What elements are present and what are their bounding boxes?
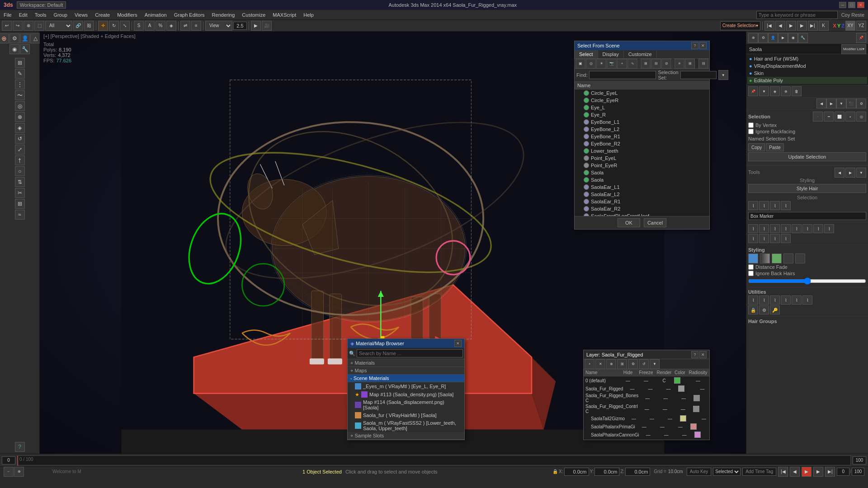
- select-dialog-help-btn[interactable]: ?: [691, 42, 698, 49]
- modifier-item-editable-poly[interactable]: ● Editable Poly: [747, 77, 867, 84]
- modifier-list-dropdown[interactable]: Modifier List▾: [841, 44, 866, 54]
- redo-button[interactable]: ↪: [13, 21, 23, 31]
- display-panel-btn[interactable]: ◉: [9, 44, 19, 54]
- layer-list[interactable]: 0 (default) — — C — Saola_Fur_Rigged — —…: [584, 376, 709, 440]
- select-item[interactable]: Point_EyeL: [575, 155, 709, 162]
- prev-key-btn[interactable]: ◀: [790, 467, 800, 477]
- marker-type-input[interactable]: [748, 212, 866, 220]
- material-browser-close-btn[interactable]: ✕: [454, 340, 462, 347]
- select-item[interactable]: SaolaEar_L2: [575, 191, 709, 198]
- search-input[interactable]: [756, 11, 838, 19]
- auto-key-button[interactable]: Auto Key: [687, 468, 712, 476]
- goto-start-anim-btn[interactable]: |◀: [778, 467, 788, 477]
- modifier-item-skin[interactable]: ● Skin: [747, 70, 867, 77]
- sel-element-btn[interactable]: ◎: [856, 112, 866, 122]
- styling-color-btn[interactable]: [748, 253, 758, 263]
- find-options-btn[interactable]: ▼: [718, 70, 728, 80]
- play-anim-button[interactable]: ▶: [786, 21, 796, 31]
- rp-btn2[interactable]: ⚙: [758, 33, 768, 43]
- mod-expand-btn[interactable]: ◈: [770, 86, 780, 96]
- sel-all-btn[interactable]: ⊞: [641, 59, 651, 69]
- rp-pin-btn[interactable]: 📌: [856, 33, 866, 43]
- next-frame-button[interactable]: ▶: [797, 21, 807, 31]
- object-name-input[interactable]: [748, 46, 841, 53]
- material-item[interactable]: _Eyes_m ( VRayMtl ) [Eye_L, Eye_R]: [348, 382, 464, 390]
- mirror-button[interactable]: ⇌: [180, 21, 190, 31]
- layer-item[interactable]: Saola_Fur_Rigged_Contrl C — — — —: [584, 404, 709, 414]
- paint-tool-btn[interactable]: ✎: [15, 69, 25, 79]
- minimize-button[interactable]: ─: [839, 2, 846, 8]
- select-item[interactable]: SaolaEar_L1: [575, 183, 709, 191]
- workspace-selector[interactable]: Workspace: Default: [17, 1, 66, 9]
- menu-group[interactable]: Group: [50, 11, 71, 19]
- select-item[interactable]: SaolaEar_R2: [575, 205, 709, 212]
- layer-add-sel-btn[interactable]: ⊕: [606, 359, 616, 369]
- sel-filter-light-btn[interactable]: ☀: [596, 59, 606, 69]
- layer-dialog-close-btn[interactable]: ✕: [699, 351, 707, 358]
- hair-style-btn-5[interactable]: ⌇: [792, 224, 802, 233]
- stand-tool-btn[interactable]: †: [15, 155, 25, 165]
- menu-maxscript[interactable]: MAXScript: [269, 11, 300, 19]
- angle-snap-button[interactable]: A: [145, 21, 155, 31]
- sel-icon-2[interactable]: ⌇: [759, 201, 769, 210]
- goto-end-button[interactable]: ▶|: [808, 21, 818, 31]
- select-item[interactable]: Saola: [575, 176, 709, 183]
- goto-end-anim-btn[interactable]: ▶|: [825, 467, 835, 477]
- recomb-tool-btn[interactable]: ⊗: [15, 112, 25, 122]
- panel-nav-down-btn[interactable]: ▶: [826, 99, 836, 108]
- frizz-tool-btn[interactable]: 〜: [15, 90, 25, 100]
- material-item[interactable]: Map #114 (Saola_displacement.png) [Saola…: [348, 399, 464, 411]
- panel-collapse-btn[interactable]: ⬛: [846, 99, 856, 108]
- by-vertex-checkbox[interactable]: [748, 122, 754, 128]
- layer-radiosity-toggle[interactable]: —: [687, 378, 709, 384]
- select-move-button[interactable]: ✛: [98, 21, 108, 31]
- hair-style-btn-4[interactable]: ⌇: [781, 224, 791, 233]
- find-input[interactable]: [589, 71, 656, 79]
- sel-filter-spacewarp-btn[interactable]: ∿: [627, 59, 637, 69]
- x-coord-field[interactable]: [564, 468, 589, 476]
- undo-button[interactable]: ↩: [2, 21, 12, 31]
- timeline[interactable]: 0 / 100: [17, 455, 851, 465]
- layer-dialog-help-btn[interactable]: ?: [691, 351, 698, 358]
- menu-graph-editors[interactable]: Graph Editors: [170, 11, 208, 19]
- material-item[interactable]: Saola_m ( VRayFastSSS2 ) [Lower_teeth, S…: [348, 419, 464, 432]
- hair-style-btn-2[interactable]: ⌇: [759, 224, 769, 233]
- util-btn-6[interactable]: ⌇: [802, 296, 812, 305]
- sel-icon-4[interactable]: ⌇: [781, 201, 791, 210]
- xy-plane-btn[interactable]: XY: [845, 21, 855, 31]
- distance-fade-checkbox[interactable]: [748, 264, 754, 270]
- goto-start-button[interactable]: |◀: [764, 21, 774, 31]
- paste-selection-button[interactable]: Paste: [766, 143, 784, 151]
- style-hair-button[interactable]: Style Hair: [748, 184, 866, 193]
- rp-btn3[interactable]: 👤: [768, 33, 778, 43]
- select-cancel-button[interactable]: Cancel: [644, 218, 666, 227]
- sel-invert-btn[interactable]: ⊘: [661, 59, 671, 69]
- select-dialog-close-btn[interactable]: ✕: [699, 42, 707, 49]
- y-coord-field[interactable]: [594, 468, 619, 476]
- tools-down-btn[interactable]: ▶: [845, 168, 855, 178]
- util-gear-btn[interactable]: ⚙: [759, 305, 769, 314]
- select-tab-customize[interactable]: Customize: [624, 50, 657, 58]
- layer-item[interactable]: Saola_Fur_Rigged — — — —: [584, 385, 709, 393]
- select-item[interactable]: EyeBone_L1: [575, 118, 709, 126]
- sel-border-btn[interactable]: ⬜: [835, 112, 844, 122]
- select-item[interactable]: Saola: [575, 169, 709, 176]
- select-tab-select[interactable]: Select: [575, 50, 598, 58]
- ignore-backfacing-checkbox[interactable]: [748, 129, 754, 134]
- select-item[interactable]: Eye_L: [575, 104, 709, 111]
- select-item[interactable]: EyeBone_L2: [575, 126, 709, 133]
- rp-btn5[interactable]: ◉: [788, 33, 798, 43]
- scene-materials-section[interactable]: - Scene Materials: [348, 375, 464, 382]
- menu-rendering[interactable]: Rendering: [208, 11, 239, 19]
- create-panel-btn[interactable]: ⊕: [0, 33, 9, 43]
- panel-nav-up-btn[interactable]: ◀: [816, 99, 826, 108]
- scale-tool-btn[interactable]: ⤢: [15, 145, 25, 155]
- menu-edit[interactable]: Edit: [15, 11, 31, 19]
- next-key-btn[interactable]: ▶: [813, 467, 823, 477]
- select-item[interactable]: Circle_EyeL: [575, 89, 709, 97]
- menu-modifiers[interactable]: Modifiers: [113, 11, 141, 19]
- sel-list-view-btn[interactable]: ≡: [675, 59, 684, 69]
- viewport-container[interactable]: [+] [Perspective] [Shaded + Edged Faces]…: [40, 32, 746, 454]
- sel-icon-3[interactable]: ⌇: [770, 201, 780, 210]
- prev-frame-button[interactable]: ◀: [775, 21, 785, 31]
